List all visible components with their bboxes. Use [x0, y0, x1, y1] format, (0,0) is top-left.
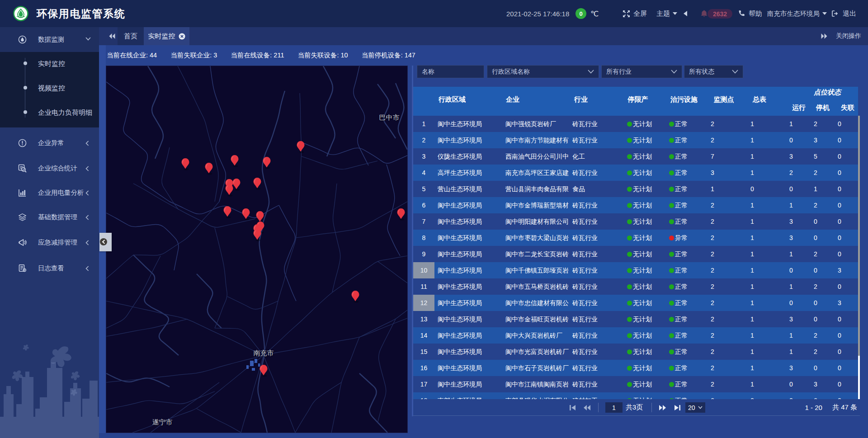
map-pin[interactable] [233, 179, 241, 191]
map-collapse-button[interactable] [99, 233, 112, 251]
map-pin[interactable] [254, 178, 261, 190]
table-row[interactable]: 3仪陇生态环境局西南油气田分公司川中化工无计划正常71350 [413, 148, 858, 165]
map-pin[interactable] [182, 158, 189, 170]
map-pin[interactable] [205, 163, 213, 175]
table-row[interactable]: 10阆中生态环境局阆中千佛镇五郎垭页岩砖瓦行业无计划正常21003 [413, 262, 858, 278]
pagination-bar: 共3页 20 1 - 20 共 47 条 [413, 399, 860, 416]
sidebar-item-enterprise-alert[interactable]: 企业异常 [0, 131, 99, 155]
submenu-dot-icon [24, 86, 27, 89]
map-pin[interactable] [260, 365, 268, 377]
row-facility-status-cell: 正常 [669, 132, 688, 148]
map-pin[interactable] [263, 157, 271, 169]
top-header-bar: 环保用电监管系统 2021-02-25 17:46:18 0 ℃ 全屏 主题 [0, 0, 868, 27]
map-pin[interactable] [256, 211, 264, 223]
pagination-range: 1 - 20 [805, 404, 822, 411]
industry-filter-select[interactable]: 所有行业 [601, 65, 682, 78]
status-dot-green [627, 170, 632, 175]
status-dot-green [627, 284, 632, 289]
sidebar-subitem-power-load-detail[interactable]: 企业电力负荷明细 [0, 100, 99, 124]
close-operations-button[interactable]: 关闭操作 [836, 27, 861, 45]
status-dot-green [669, 301, 674, 306]
table-row[interactable]: 6阆中生态环境局阆中市金博瑞新型墙材砖瓦行业无计划正常21120 [413, 197, 858, 213]
table-row[interactable]: 12阆中生态环境局阆中市忠信建材有限公砖瓦行业无计划正常21003 [413, 295, 858, 311]
sidebar-item-emergency[interactable]: 应急减排管理 [0, 230, 99, 255]
row-industry-cell: 砖瓦行业 [572, 165, 598, 181]
row-monitor-cell: 2 [694, 344, 731, 360]
page-size-select[interactable]: 20 [685, 402, 705, 413]
table-row[interactable]: 18南部生态环境局南部县砚华水泥有限公建材加工无计划正常60060 [413, 392, 858, 399]
row-region-cell: 阆中生态环境局 [438, 230, 482, 246]
notification-count-badge[interactable]: 2632 [708, 9, 732, 19]
tab-close-icon[interactable] [179, 33, 185, 40]
tab-realtime-monitor[interactable]: 实时监控 [144, 27, 189, 45]
row-stop-status-cell: 无计划 [627, 344, 652, 360]
col-header-lost: 失联 [841, 104, 854, 112]
row-total-cell: 1 [734, 246, 770, 262]
map-pin[interactable] [226, 184, 233, 197]
table-row[interactable]: 17阆中生态环境局阆中市江南镇阆南页岩砖瓦行业无计划正常21030 [413, 376, 858, 392]
table-row[interactable]: 15阆中生态环境局阆中市光富页岩机砖厂砖瓦行业无计划正常21120 [413, 344, 858, 360]
tabs-scroll-left-button[interactable] [105, 27, 119, 45]
tabs-scroll-right-button[interactable] [817, 27, 831, 45]
first-page-button[interactable] [569, 399, 576, 416]
row-monitor-cell: 2 [694, 132, 731, 148]
sidebar-item-power-analysis[interactable]: 企业用电量分析 [0, 180, 99, 205]
row-facility-status-cell: 正常 [669, 360, 688, 376]
table-row[interactable]: 1阆中生态环境局阆中强锐页岩砖厂砖瓦行业无计划正常21120 [413, 116, 858, 132]
fullscreen-button[interactable]: 全屏 [623, 0, 647, 27]
table-row[interactable]: 7阆中生态环境局阆中明阳建材有限公司砖瓦行业无计划正常21300 [413, 213, 858, 230]
logout-button[interactable]: 退出 [831, 0, 856, 27]
table-row[interactable]: 14阆中生态环境局阆中大兴页岩机砖厂砖瓦行业无计划正常21120 [413, 327, 858, 344]
theme-dropdown[interactable]: 主题 [656, 0, 677, 27]
sidebar-item-base-data[interactable]: 基础数据管理 [0, 205, 99, 230]
table-row[interactable]: 4高坪生态环境局南充市高坪区王家店建砖瓦行业无计划正常31220 [413, 165, 858, 181]
sidebar-item-enterprise-stats[interactable]: 企业综合统计 [0, 156, 99, 181]
row-monitor-cell: 2 [694, 376, 731, 392]
status-dot-green [627, 203, 632, 208]
status-filter-select[interactable]: 所有状态 [684, 65, 743, 78]
sidebar-subitem-realtime-monitor[interactable]: 实时监控 [0, 52, 99, 75]
sidebar-item-log-view[interactable]: 日志查看 [0, 256, 99, 281]
prev-page-button[interactable] [583, 399, 591, 416]
table-row[interactable]: 13阆中生态环境局阆中市金福旺页岩机砖砖瓦行业无计划正常21300 [413, 311, 858, 327]
name-filter-input[interactable]: 名称 [417, 65, 484, 78]
sidebar-item-data-monitor[interactable]: 数据监测 [0, 27, 99, 52]
name-filter-placeholder: 名称 [422, 68, 479, 76]
sidebar-subitem-video-monitor[interactable]: 视频监控 [0, 76, 99, 99]
table-scrollbar-thumb[interactable] [858, 356, 860, 399]
status-dot-green [627, 268, 632, 273]
row-region-cell: 南部生态环境局 [438, 392, 482, 399]
next-page-button[interactable] [659, 399, 666, 416]
row-facility-status-cell: 正常 [669, 327, 688, 344]
row-lost-cell: 0 [821, 165, 858, 181]
table-row[interactable]: 16阆中生态环境局阆中市石子页岩机砖厂砖瓦行业无计划正常21300 [413, 360, 858, 376]
last-page-button[interactable] [674, 399, 681, 416]
table-row[interactable]: 11阆中生态环境局阆中市五马桥页岩机砖砖瓦行业无计划正常21120 [413, 278, 858, 295]
map-panel[interactable]: 巴中市南充市遂宁市 [106, 66, 408, 433]
map-pin[interactable] [352, 291, 359, 303]
map-pin[interactable] [224, 206, 231, 218]
tab-home[interactable]: 首页 [118, 27, 144, 45]
table-row[interactable]: 9阆中生态环境局阆中市二龙长宝页岩砖砖瓦行业无计划正常21120 [413, 246, 858, 262]
row-lost-cell: 0 [821, 148, 858, 165]
table-row[interactable]: 8阆中生态环境局阆中市枣碧大梁山页岩砖瓦行业无计划异常21300 [413, 230, 858, 246]
map-pin[interactable] [231, 155, 239, 167]
map-pin[interactable] [297, 141, 305, 153]
page-number-input[interactable] [605, 402, 623, 413]
map-pin[interactable] [242, 208, 250, 221]
region-filter-select[interactable]: 行政区域名称 [487, 65, 599, 78]
help-button[interactable]: 帮助 [738, 0, 762, 27]
row-industry-cell: 砖瓦行业 [572, 327, 598, 344]
map-pin[interactable] [397, 208, 405, 221]
row-region-cell: 营山生态环境局 [438, 181, 482, 197]
row-total-cell: 1 [734, 230, 770, 246]
collapse-triangle-icon[interactable] [683, 0, 688, 27]
status-dot-green [669, 203, 674, 208]
table-row[interactable]: 5营山生态环境局营山县润丰肉食品有限食品无计划正常10010 [413, 181, 858, 197]
table-row[interactable]: 2阆中生态环境局阆中市南方节能建材有砖瓦行业无计划正常21030 [413, 132, 858, 148]
row-lost-cell: 0 [821, 181, 858, 197]
total-pages-label: 共3页 [626, 399, 643, 416]
tab-bar: 首页 实时监控 关闭操作 [99, 27, 868, 45]
org-dropdown[interactable]: 南充市生态环境局 [767, 0, 827, 27]
notification-bell-icon[interactable] [700, 0, 708, 27]
